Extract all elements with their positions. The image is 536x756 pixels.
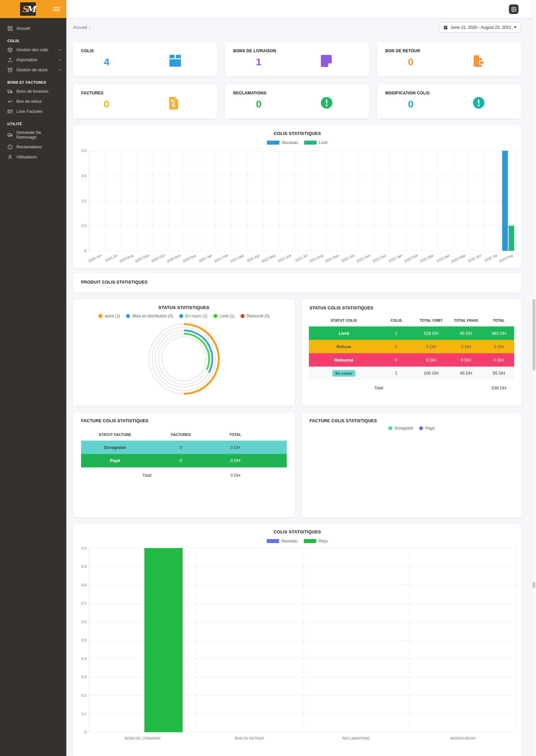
y-tick-label: 3.0: [81, 199, 86, 203]
breadcrumb-separator: /: [89, 25, 90, 30]
sidebar-item-label: Liste Factures: [16, 109, 43, 114]
sidebar-item-utilisateurs[interactable]: Utilisateurs: [0, 152, 66, 162]
status-cell: Refusé: [309, 340, 379, 353]
gridline-v: [196, 548, 196, 732]
table-cell: 483 DH: [483, 326, 514, 340]
chevron-down-icon: [58, 68, 62, 72]
avatar-image-icon[interactable]: [509, 4, 519, 14]
total-label: Total: [309, 380, 449, 395]
truck-icon: [7, 132, 13, 138]
x-tick-label: 2021 Jul: [294, 253, 308, 262]
x-tick-label: 2021 May: [261, 253, 276, 263]
app-logo[interactable]: SM: [20, 2, 36, 16]
stat-card-value: 0: [249, 98, 269, 110]
date-range-picker[interactable]: June 21, 2020 - August 22, 2022: [439, 22, 521, 32]
sidebar-item-accueil[interactable]: Accueil: [0, 23, 66, 33]
hamburger-icon[interactable]: [53, 7, 60, 11]
sidebar-item-bons-de-livraison[interactable]: Bons de livraison: [0, 86, 66, 96]
x-tick-label: 2022 May: [450, 253, 466, 263]
chart-legend: autre (2)Mise en distribution (0)En cour…: [73, 314, 295, 318]
legend-item[interactable]: Retourné (0): [241, 314, 269, 318]
gridline-h: [89, 251, 516, 251]
table-header-row: STATUT FACTURE FACTURES TOTAL: [81, 429, 287, 441]
gridline-v: [516, 151, 517, 251]
legend-item[interactable]: Livré (1): [213, 314, 234, 318]
legend-item[interactable]: Nouveau: [267, 539, 297, 543]
sidebar-section-utilite: UTILITÉ: [0, 117, 66, 128]
y-tick-label: 4.0: [81, 149, 86, 153]
gridline-v: [279, 151, 279, 251]
table-row: Livré1528 DH45 DH483 DH: [309, 326, 514, 340]
scrollbar-thumb[interactable]: [533, 299, 535, 371]
x-tick-label: 2021 Mar: [229, 253, 245, 263]
legend-swatch: [241, 314, 245, 318]
alert-icon: [7, 144, 13, 150]
sidebar-item-label: Gestion des colis: [16, 48, 48, 52]
gridline-v: [168, 151, 169, 251]
gridline-v: [303, 548, 303, 732]
sidebar-item-demande-de-ramssage[interactable]: Demande De Ramssage: [0, 128, 66, 142]
svg-text:$: $: [172, 102, 175, 108]
legend-item[interactable]: En cours (1): [179, 314, 207, 318]
sidebar-item-reclamations[interactable]: Reclamations: [0, 142, 66, 152]
gridline-v: [390, 151, 390, 251]
gridline-v: [216, 151, 216, 251]
exclamation-icon: [472, 96, 485, 110]
sidebar-item-gestion-des-colis[interactable]: Gestion des colis: [0, 45, 66, 55]
x-tick-label: 2021 Nov: [356, 253, 371, 263]
legend-item[interactable]: Enregistré: [388, 426, 413, 431]
table-cell: 0 DH: [483, 353, 514, 367]
y-tick-label: 0.1: [81, 712, 86, 716]
chart-bar-livré[interactable]: [509, 226, 514, 251]
gridline-v: [105, 151, 105, 251]
gridline-v: [295, 151, 295, 251]
legend-item[interactable]: autre (2): [98, 314, 120, 318]
x-tick-label: 2021 Dec: [372, 253, 387, 263]
scrollbar-thumb[interactable]: [533, 582, 535, 588]
sidebar-item-bon-de-retour[interactable]: Bon de retour: [0, 96, 66, 106]
legend-swatch: [98, 314, 103, 318]
legend-swatch: [304, 539, 316, 543]
table-total-row: Total 538 DH: [309, 380, 514, 395]
sidebar-item-gestion-de-stock[interactable]: Gestion de stock: [0, 65, 66, 75]
x-tick-label: 2020 Nov: [166, 253, 181, 263]
status-table-title: STATUS COLIS STATISTIQUES: [310, 306, 373, 310]
page-scrollbar[interactable]: [532, 0, 536, 756]
legend-item[interactable]: Reçu: [304, 539, 328, 543]
stat-card-reclamations: RECLAMATIONS0: [225, 84, 369, 119]
stat-card-factures: FACTURES0$: [73, 84, 217, 119]
gridline-v: [437, 151, 438, 251]
chart-title: STATUS STATISTIQUES: [73, 305, 295, 310]
gridline-v: [409, 548, 410, 732]
sidebar-item-importation[interactable]: Importation: [0, 55, 66, 65]
legend-item[interactable]: Nouveau: [267, 140, 298, 145]
package-icon: [7, 47, 13, 53]
table-cell: 0 DH: [414, 353, 449, 367]
chevron-down-icon: [58, 48, 62, 52]
return-icon: [7, 99, 13, 104]
status-donut-chart[interactable]: [147, 322, 221, 396]
breadcrumb-home-link[interactable]: Accueil: [73, 25, 87, 30]
column-header: FACTURES: [149, 429, 213, 441]
chart-bar-reçu[interactable]: [144, 548, 183, 732]
legend-item[interactable]: Livré: [304, 140, 328, 145]
status-cell: Payé: [81, 454, 149, 467]
x-tick-label: 2022 Feb: [403, 253, 418, 263]
y-tick-label: 0.4: [81, 657, 86, 661]
sidebar-item-label: Reclamations: [16, 145, 42, 149]
produit-colis-card: PRODUIT COLIS STATISTIQUES: [73, 273, 522, 292]
sidebar-item-label: Importation: [16, 58, 38, 62]
legend-item[interactable]: Mise en distribution (0): [126, 314, 173, 318]
colis-statistiques-card: COLIS STATISTIQUES NouveauLivré 4.03.53.…: [73, 126, 522, 268]
total-label: Total: [81, 467, 213, 483]
y-tick-label: 0.9: [81, 564, 86, 569]
sidebar-item-liste-factures[interactable]: Liste Factures: [0, 106, 66, 117]
x-tick-label: 2020 Sep: [134, 253, 150, 263]
legend-item[interactable]: Payé: [419, 426, 434, 431]
truck-icon: [7, 89, 13, 94]
stat-card-value: 0: [401, 98, 421, 110]
stat-card-label: RECLAMATIONS: [233, 91, 266, 95]
gridline-h: [89, 732, 516, 733]
chart-bar-nouveau[interactable]: [502, 151, 508, 251]
legend-label: Mise en distribution (0): [132, 314, 173, 318]
